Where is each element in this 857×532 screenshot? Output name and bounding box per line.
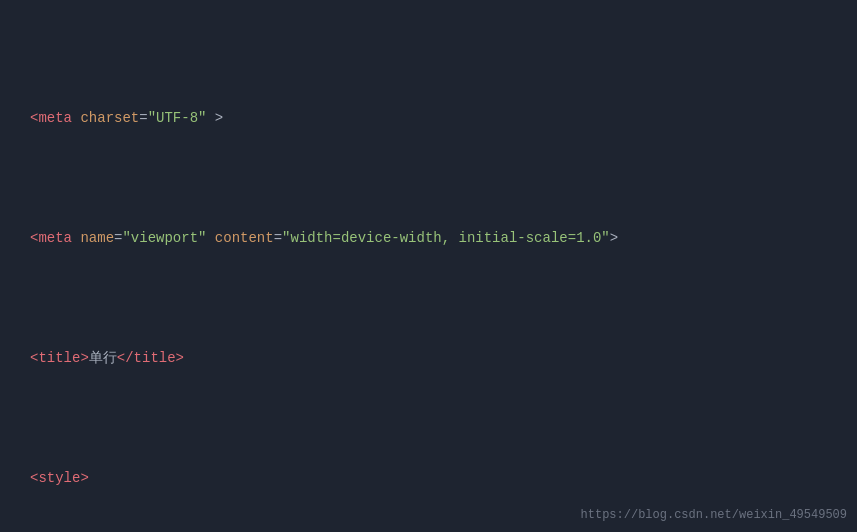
code-line-2: <meta name = "viewport" content = "width… [0, 226, 857, 250]
tag-meta1: <meta [30, 106, 72, 130]
footer-url: https://blog.csdn.net/weixin_49549509 [581, 508, 847, 522]
space [72, 106, 80, 130]
tag-meta2: <meta [30, 226, 72, 250]
code-editor: <meta charset = "UTF-8" > <meta name = "… [0, 0, 857, 532]
code-line-1: <meta charset = "UTF-8" > [0, 106, 857, 130]
code-line-4: <style> [0, 466, 857, 490]
code-line-3: <title> 单行 </title> [0, 346, 857, 370]
